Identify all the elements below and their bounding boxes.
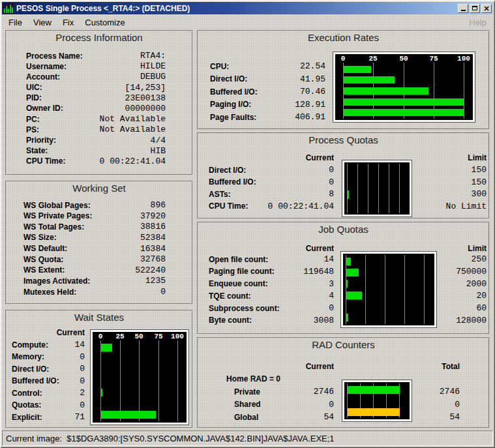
menu-item-fix[interactable]: Fix — [63, 18, 74, 27]
stat-label: Quotas: — [12, 400, 41, 410]
stat-row: Owner ID:00000000 — [26, 104, 166, 113]
stat-row: CPU Time:0 00:22:41.04 — [26, 157, 166, 166]
chart-bar — [346, 280, 348, 288]
stat-value: 16384 — [140, 244, 166, 254]
stat-label: Mutexes Held: — [23, 288, 76, 297]
stat-label: Paging file count: — [209, 267, 293, 276]
maximize-button[interactable] — [470, 4, 480, 13]
stat-value: 37920 — [140, 211, 166, 221]
stat-value: 23E00138 — [125, 93, 166, 103]
panel-title: Working Set — [7, 183, 192, 194]
stat-row: Username:HILDE — [26, 61, 166, 71]
chart-bar — [348, 190, 349, 199]
stat-value: 70.46 — [300, 87, 325, 97]
stat-label: Control: — [12, 389, 42, 398]
stat-value: 1235 — [145, 276, 166, 286]
stat-value: 0 — [267, 165, 334, 175]
stat-label: Enqueue count: — [209, 279, 293, 288]
axis-tick-label: 100 — [457, 55, 470, 63]
gridline — [100, 340, 101, 421]
stat-row: WS Quota:32768 — [23, 254, 166, 264]
menu-item-file[interactable]: File — [8, 18, 22, 27]
stat-label: Priority: — [26, 136, 56, 145]
process-quotas-bar-chart — [342, 160, 412, 217]
panel-job-quotas: Job Quotas Current Limit Open file count… — [197, 222, 490, 335]
gridline — [385, 255, 385, 324]
panel-working-set: Working Set WS Global Pages:896WS Privat… — [5, 181, 193, 305]
axis-tick-label: 75 — [154, 333, 162, 340]
stat-label: Global — [234, 413, 293, 422]
axis-tick-label: 100 — [171, 333, 184, 340]
chart-bar — [348, 386, 400, 394]
stat-value: 00000000 — [125, 104, 166, 113]
stat-row: Memory:0 — [12, 352, 85, 362]
axis-tick-label: 0 — [341, 55, 346, 63]
window-controls: × — [458, 4, 492, 13]
stat-value: 0 — [293, 400, 334, 410]
minimize-button[interactable] — [458, 4, 468, 13]
panel-title: Wait States — [7, 312, 192, 323]
window-title: PESOS Single Process <_RTA4:> (DETACHED) — [16, 4, 190, 13]
menu-item-customize[interactable]: Customize — [85, 18, 125, 27]
stat-label: CPU Time: — [209, 202, 267, 211]
stat-value: RTA4: — [140, 51, 166, 61]
chart-bar — [344, 109, 464, 116]
stat-value: 0 — [80, 376, 85, 386]
stat-list: Compute:14Memory:0Direct I/O:0Buffered I… — [12, 340, 85, 422]
stat-row: Buffered I/O:70.46 — [210, 87, 325, 97]
bar-chart-plot: 0255075100 — [335, 54, 473, 120]
axis-tick-label: 0 — [98, 333, 103, 340]
close-icon: × — [483, 5, 490, 12]
axis-tick-label: 75 — [429, 55, 438, 63]
stat-row: WS Private Pages:37920 — [23, 211, 166, 221]
stat-row: WS Default:16384 — [23, 244, 166, 254]
stat-row: WS Total Pages:38816 — [23, 222, 166, 231]
stat-label: PID: — [26, 93, 42, 102]
menu-item-help[interactable]: Help — [469, 18, 487, 27]
stat-row: WS Extent:522240 — [23, 265, 166, 275]
stat-row: PS:Not Available — [26, 125, 166, 134]
stat-row: Priority:4/4 — [26, 136, 166, 145]
menu-item-view[interactable]: View — [33, 18, 52, 27]
stat-value: Not Available — [100, 114, 166, 124]
stat-label: State: — [26, 146, 48, 155]
chart-bar — [101, 344, 112, 351]
stat-value: 32768 — [140, 254, 166, 264]
stat-value: 128.91 — [295, 100, 325, 110]
chart-bar — [344, 87, 428, 95]
stat-label: PS: — [26, 125, 39, 134]
stat-label: CPU: — [210, 62, 229, 71]
stat-value: 150 — [402, 165, 487, 175]
stat-row: PID:23E00138 — [26, 93, 166, 103]
stat-row: Explicit:71 — [12, 412, 85, 422]
titlebar[interactable]: PESOS Single Process <_RTA4:> (DETACHED)… — [2, 2, 493, 14]
stat-label: Private — [234, 387, 293, 396]
chart-bar — [346, 269, 359, 276]
menubar: File View Fix Customize Help — [2, 16, 493, 29]
status-text: Current image: $1$DGA3890:[SYS0.SYSCOMMO… — [6, 434, 335, 443]
stat-row: Buffered I/O:0 — [12, 376, 85, 386]
axis-tick-label: 50 — [134, 333, 143, 340]
stat-label: WS Total Pages: — [23, 222, 84, 231]
stat-row: Process Name:RTA4: — [26, 51, 166, 61]
stat-value: 38816 — [140, 222, 166, 231]
stat-label: Buffered I/O: — [209, 177, 267, 187]
gridline — [177, 340, 178, 421]
gridline — [399, 164, 400, 213]
bar-chart-plot: 0255075100 — [93, 332, 187, 423]
panel-title: RAD Counters — [198, 339, 488, 350]
stat-label: Buffered I/O: — [210, 87, 258, 97]
close-button[interactable]: × — [481, 4, 492, 13]
stat-value: 0 — [80, 364, 85, 374]
stat-row: PC:Not Available — [26, 114, 166, 124]
stat-row: Paging I/O:128.91 — [210, 100, 325, 110]
gridline — [424, 255, 425, 324]
stat-label: WS Extent: — [23, 265, 65, 275]
stat-value: 896 — [151, 200, 166, 210]
stat-label: Direct I/O: — [210, 74, 247, 83]
panel-process-quotas: Process Quotas Current Limit Direct I/O:… — [197, 132, 490, 219]
stat-value: 119648 — [293, 267, 334, 276]
stat-label: Byte count: — [209, 316, 293, 325]
stat-value: 150 — [402, 177, 487, 187]
stat-row: Quotas:0 — [12, 400, 85, 410]
